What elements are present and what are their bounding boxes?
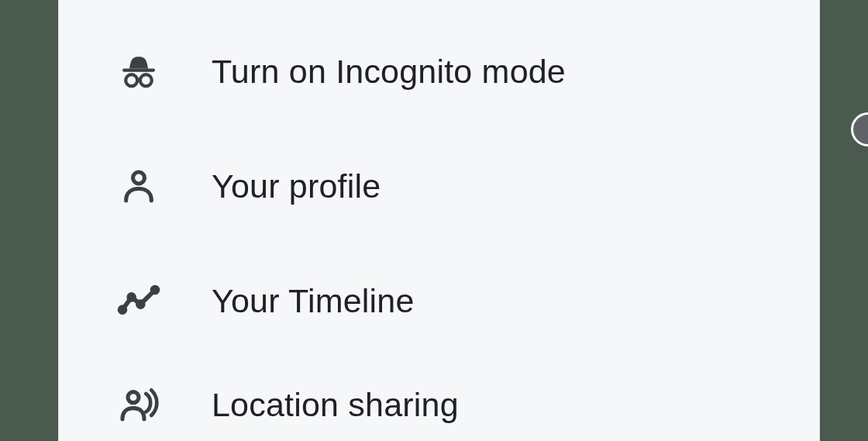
menu-item-label: Location sharing: [212, 386, 459, 424]
incognito-icon: [117, 50, 160, 93]
svg-point-8: [128, 392, 139, 403]
menu-item-label: Your Timeline: [212, 282, 415, 320]
svg-point-6: [136, 301, 144, 308]
svg-point-3: [133, 172, 145, 184]
account-menu-panel: Turn on Incognito mode Your profile: [58, 0, 820, 441]
svg-rect-0: [122, 69, 155, 72]
svg-point-7: [151, 286, 159, 294]
menu-item-label: Turn on Incognito mode: [212, 53, 566, 91]
svg-point-5: [128, 293, 136, 301]
menu-item-incognito[interactable]: Turn on Incognito mode: [59, 14, 819, 129]
svg-point-2: [140, 74, 152, 86]
svg-point-1: [126, 74, 137, 86]
menu-item-label: Your profile: [212, 167, 381, 205]
menu-list: Turn on Incognito mode Your profile: [59, 0, 819, 441]
person-icon: [117, 164, 160, 208]
menu-item-timeline[interactable]: Your Timeline: [59, 243, 819, 358]
menu-item-profile[interactable]: Your profile: [59, 129, 819, 243]
menu-item-location-sharing[interactable]: Location sharing: [59, 358, 819, 441]
timeline-icon: [117, 279, 160, 322]
svg-point-4: [119, 306, 126, 314]
location-sharing-icon: [117, 383, 160, 426]
